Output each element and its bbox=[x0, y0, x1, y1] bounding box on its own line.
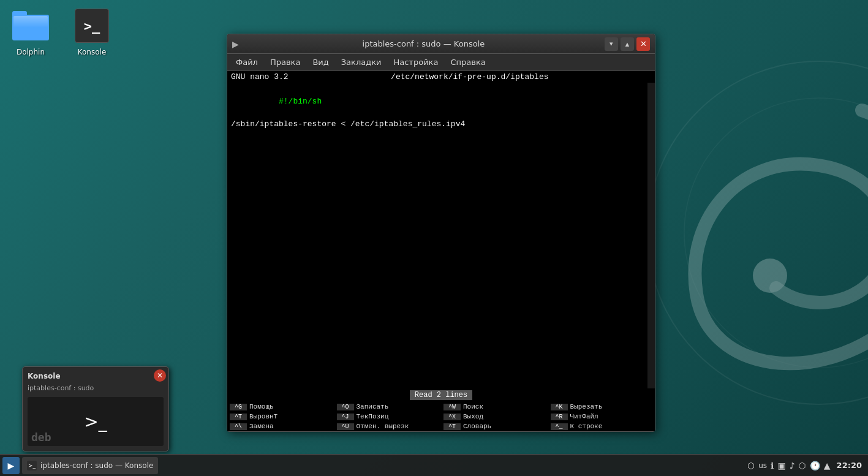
menu-bookmarks[interactable]: Закладки bbox=[335, 56, 388, 69]
window-title-icon: ▶ bbox=[232, 39, 239, 49]
nano-shortcut-goto: ^_ К строке bbox=[548, 421, 655, 431]
folder-icon bbox=[12, 11, 49, 40]
nano-label-pos: ТекПозиц bbox=[357, 413, 389, 420]
nano-shortcut-readfile: ^R ЧитФайл bbox=[548, 412, 655, 421]
taskbar-sound-icon[interactable]: ♪ bbox=[790, 461, 795, 470]
window-close-button[interactable]: ✕ bbox=[636, 37, 650, 51]
nano-key-spell: ^T bbox=[443, 423, 461, 430]
konsole-preview-close-button[interactable]: ✕ bbox=[154, 369, 166, 382]
nano-label-exit: Выход bbox=[463, 413, 483, 420]
taskbar-tray: ⬡ us ℹ ▣ ♪ ⬡ 🕐 ▲ 22:20 bbox=[744, 461, 866, 470]
konsole-window: ▶ iptables-conf : sudo — Konsole ▾ ▲ ✕ Ф… bbox=[227, 34, 655, 432]
menu-view[interactable]: Вид bbox=[306, 56, 334, 69]
konsole-preview-thumbnail[interactable]: >_ deb bbox=[28, 397, 164, 446]
desktop-icon-dolphin[interactable]: Dolphin bbox=[6, 6, 55, 56]
konsole-icon-symbol: >_ bbox=[84, 18, 100, 34]
nano-key-help: ^G bbox=[230, 404, 247, 410]
window-title-text: iptables-conf : sudo — Konsole bbox=[243, 39, 605, 48]
window-dropdown-button[interactable]: ▾ bbox=[605, 37, 618, 51]
nano-label-cut: Вырезать bbox=[570, 403, 603, 410]
nano-key-uncut: ^U bbox=[337, 423, 354, 430]
nano-status-bar: Read 2 lines bbox=[227, 388, 655, 402]
nano-line-1: #!/bin/sh bbox=[231, 85, 651, 119]
folder-shine bbox=[13, 16, 48, 39]
svg-point-2 bbox=[753, 259, 787, 293]
nano-label-uncut: Отмен. вырезк bbox=[357, 423, 409, 430]
nano-key-goto: ^_ bbox=[551, 423, 568, 430]
menu-help[interactable]: Справка bbox=[444, 56, 491, 69]
nano-label-help: Помощь bbox=[249, 403, 274, 410]
nano-shortcuts-bar: ^G Помощь ^O Записать ^W Поиск ^K Выреза… bbox=[227, 402, 655, 431]
konsole-preview-subtitle: iptables-conf : sudo bbox=[28, 384, 164, 392]
nano-key-align: ^T bbox=[230, 414, 247, 420]
desktop: Dolphin >_ Konsole ▶ iptables-conf : sud… bbox=[0, 0, 868, 476]
nano-shortcut-exit: ^X Выход bbox=[441, 412, 548, 421]
desktop-icon-konsole[interactable]: >_ Konsole bbox=[67, 6, 116, 56]
taskbar-time-display: 22:20 bbox=[837, 461, 862, 470]
taskbar-battery-icon[interactable]: ⬡ bbox=[799, 461, 806, 470]
window-maximize-button[interactable]: ▲ bbox=[621, 37, 634, 51]
nano-shortcut-uncut: ^U Отмен. вырезк bbox=[334, 421, 442, 431]
window-titlebar: ▶ iptables-conf : sudo — Konsole ▾ ▲ ✕ bbox=[227, 34, 655, 54]
menu-settings[interactable]: Настройка bbox=[387, 56, 444, 69]
nano-shortcut-cut: ^K Вырезать bbox=[548, 402, 655, 412]
preview-terminal-icon: >_ bbox=[84, 412, 107, 432]
menu-file[interactable]: Файл bbox=[230, 56, 264, 69]
nano-key-exit: ^X bbox=[443, 414, 461, 420]
konsole-preview-popup: ✕ Konsole iptables-conf : sudo >_ deb bbox=[22, 366, 169, 451]
taskbar-display-icon[interactable]: ▣ bbox=[777, 461, 785, 470]
nano-shortcut-align: ^T ВыровнТ bbox=[227, 412, 334, 421]
desktop-icons-container: Dolphin >_ Konsole bbox=[6, 6, 116, 56]
nano-shortcut-replace: ^\ Замена bbox=[227, 421, 334, 431]
taskbar-item-label: iptables-conf : sudo — Konsole bbox=[40, 461, 153, 470]
konsole-icon-box: >_ bbox=[75, 9, 109, 43]
nano-label-readfile: ЧитФайл bbox=[570, 413, 598, 420]
menu-bar: Файл Правка Вид Закладки Настройка Справ… bbox=[227, 54, 655, 71]
taskbar: ▶ >_ iptables-conf : sudo — Konsole ⬡ us… bbox=[0, 454, 868, 476]
nano-scrollbar[interactable] bbox=[647, 83, 655, 388]
nano-shortcut-pos: ^J ТекПозиц bbox=[334, 412, 442, 421]
nano-label-write: Записать bbox=[357, 403, 389, 410]
dolphin-icon-img bbox=[11, 6, 50, 45]
taskbar-info-icon[interactable]: ℹ bbox=[771, 461, 774, 470]
konsole-icon-img: >_ bbox=[72, 6, 111, 45]
nano-label-spell: Словарь bbox=[463, 423, 491, 430]
taskbar-start-button[interactable]: ▶ bbox=[2, 457, 20, 474]
konsole-preview-title: Konsole bbox=[28, 372, 164, 380]
taskbar-item-terminal-icon: >_ bbox=[27, 461, 37, 470]
nano-version: GNU nano 3.2 bbox=[231, 72, 289, 81]
nano-key-write: ^O bbox=[337, 404, 354, 410]
taskbar-clock-icon[interactable]: 🕐 bbox=[810, 461, 820, 470]
debian-swirl-decoration bbox=[647, 18, 868, 450]
nano-label-align: ВыровнТ bbox=[249, 413, 277, 420]
nano-key-replace: ^\ bbox=[230, 423, 247, 430]
nano-label-goto: К строке bbox=[570, 423, 603, 430]
taskbar-lang-text: us bbox=[758, 461, 767, 470]
nano-key-search: ^W bbox=[443, 404, 461, 410]
nano-shebang-text: #!/bin/sh bbox=[279, 97, 322, 106]
nano-filename: /etc/network/if-pre-up.d/iptables bbox=[391, 72, 548, 81]
taskbar-konsole-item[interactable]: >_ iptables-conf : sudo — Konsole bbox=[22, 457, 158, 474]
nano-key-pos: ^J bbox=[337, 414, 354, 420]
nano-status-message: Read 2 lines bbox=[410, 390, 472, 400]
folder-body bbox=[12, 15, 49, 40]
konsole-label: Konsole bbox=[78, 48, 107, 56]
dolphin-label: Dolphin bbox=[17, 48, 45, 56]
taskbar-network-icon[interactable]: ⬡ bbox=[747, 461, 755, 470]
nano-editor: GNU nano 3.2 /etc/network/if-pre-up.d/ip… bbox=[227, 71, 655, 431]
nano-key-readfile: ^R bbox=[551, 414, 568, 420]
nano-shortcut-spell: ^T Словарь bbox=[441, 421, 548, 431]
nano-shortcut-help: ^G Помощь bbox=[227, 402, 334, 412]
nano-key-cut: ^K bbox=[551, 404, 568, 410]
nano-content-area[interactable]: #!/bin/sh /sbin/iptables-restore < /etc/… bbox=[227, 83, 655, 388]
nano-shortcut-write: ^O Записать bbox=[334, 402, 442, 412]
window-controls: ▾ ▲ ✕ bbox=[605, 37, 650, 51]
nano-shortcut-search: ^W Поиск bbox=[441, 402, 548, 412]
nano-line-2: /sbin/iptables-restore < /etc/iptables_r… bbox=[231, 119, 651, 130]
nano-header: GNU nano 3.2 /etc/network/if-pre-up.d/ip… bbox=[227, 71, 655, 83]
menu-edit[interactable]: Правка bbox=[264, 56, 306, 69]
nano-label-replace: Замена bbox=[249, 423, 274, 430]
preview-deb-text: deb bbox=[31, 431, 51, 444]
nano-label-search: Поиск bbox=[463, 403, 483, 410]
taskbar-arrow-up-icon[interactable]: ▲ bbox=[824, 461, 831, 470]
